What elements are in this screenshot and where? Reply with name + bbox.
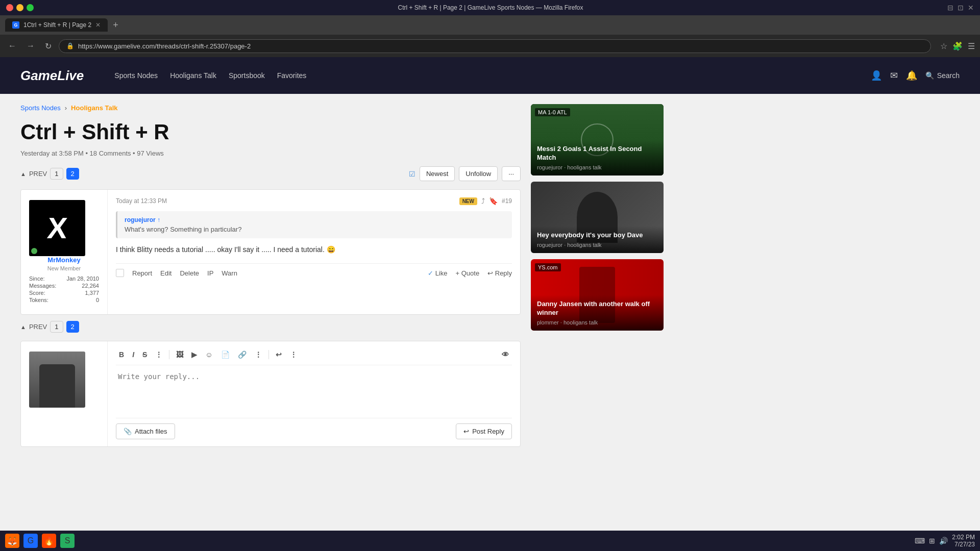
reply-textarea[interactable] [116,370,512,411]
tab-close-button[interactable]: ✕ [95,21,101,29]
back-button[interactable]: ← [5,39,19,53]
extensions-icon[interactable]: 🧩 [952,41,963,51]
more3-button[interactable]: ⋮ [287,348,300,361]
quote-button[interactable]: Quote [455,269,479,277]
prev-chevron: ▲ [20,171,26,177]
taskbar-time-text: 2:02 PM [952,534,975,541]
window-close[interactable] [6,4,13,11]
bold-button[interactable]: B [116,348,127,361]
strikethrough-button[interactable]: S [139,348,150,361]
taskbar-firefox-icon[interactable]: 🦊 [5,534,19,548]
image-button[interactable]: 🖼 [173,348,186,361]
site-logo[interactable]: GameLive [20,68,84,84]
link-button[interactable]: 🔗 [235,348,250,361]
menu-icon[interactable]: ☰ [968,41,975,51]
tab-label: 1Ctrl + Shift + R | Page 2 [23,21,91,29]
sidebar-card-3-title: Danny Jansen with another walk off winne… [537,300,657,317]
breadcrumb-sports-nodes[interactable]: Sports Nodes [20,104,61,112]
sidebar: MA 1-0 ATL Messi 2 Goals 1 Assist In Sec… [531,104,664,447]
post-content: I think Blitty needs a tutorial ..... ok… [116,244,512,255]
sidebar-card-2-title: Hey everybody it's your boy Dave [537,231,657,240]
search-button[interactable]: 🔍 Search [925,71,960,80]
more-toolbar-button[interactable]: ⋮ [252,348,265,361]
watch-check-icon: ☑ [409,170,415,178]
taskbar-volume-icon[interactable]: 🔊 [939,537,948,545]
poster-name[interactable]: MrMonkey [29,256,99,264]
bottom-prev-label[interactable]: PREV [29,323,47,331]
reload-button[interactable]: ↻ [42,39,55,53]
share-icon[interactable]: ⤴ [481,197,485,205]
thread-title: Ctrl + Shift + R [20,120,521,144]
editor-toolbar: B I S ⋮ 🖼 ▶ ☺ 📄 🔗 ⋮ ↩ ⋮ 👁 [116,348,512,365]
controls-right: ☑ Newest Unfollow ··· [409,166,521,181]
sidebar-card-2[interactable]: Hey everybody it's your boy Dave rogueju… [531,182,664,253]
window-maximize[interactable] [27,4,34,11]
delete-link[interactable]: Delete [180,269,199,277]
profile-icon[interactable]: 👤 [871,70,882,81]
thread-meta: Yesterday at 3:58 PM • 18 Comments • 97 … [20,149,521,157]
notifications-icon[interactable]: 🔔 [906,70,917,81]
emoji-button[interactable]: ☺ [202,348,215,361]
page-btn-2[interactable]: 2 [66,168,79,180]
forward-button[interactable]: → [23,39,38,53]
taskbar: 🦊 G 🔥 S ⌨ ⊞ 🔊 2:02 PM 7/27/23 [0,531,980,551]
breadcrumb-separator: › [65,104,67,112]
bookmark-post-icon[interactable]: 🔖 [489,197,498,205]
bookmark-icon[interactable]: ☆ [940,41,947,51]
like-button[interactable]: Like [428,269,447,277]
sidebar-card-1-overlay: Messi 2 Goals 1 Assist In Second Match r… [531,140,664,176]
more-text-button[interactable]: ⋮ [152,348,165,361]
reply-user-avatar [21,341,108,446]
window-icon-2[interactable]: ⊡ [958,4,964,12]
sidebar-card-1[interactable]: MA 1-0 ATL Messi 2 Goals 1 Assist In Sec… [531,104,664,176]
messages-icon[interactable]: ✉ [890,70,898,81]
baseball-score-overlay: YS.com [535,263,561,271]
window-icon-1[interactable]: ⊟ [947,4,953,12]
bottom-page-btn-2[interactable]: 2 [66,321,79,333]
taskbar-app-icon-1[interactable]: G [23,534,38,548]
file-button[interactable]: 📄 [218,348,233,361]
nav-sports-nodes[interactable]: Sports Nodes [114,71,158,80]
browser-tab-active[interactable]: G 1Ctrl + Shift + R | Page 2 ✕ [5,18,108,32]
italic-button[interactable]: I [129,348,137,361]
window-icon-3[interactable]: ✕ [968,4,974,12]
new-tab-button[interactable]: + [110,19,121,32]
nav-sportsbook[interactable]: Sportsbook [229,71,265,80]
report-link[interactable]: Report [132,269,152,277]
nav-favorites[interactable]: Favorites [277,71,307,80]
ip-link[interactable]: IP [207,269,213,277]
address-bar[interactable]: 🔒 https://www.gamelive.com/threads/ctrl-… [59,39,931,53]
breadcrumb-hooligans-talk[interactable]: Hooligans Talk [71,104,118,112]
badge-new: NEW [459,197,477,205]
preview-button[interactable]: 👁 [499,348,512,361]
attach-files-button[interactable]: 📎 Attach files [116,423,175,439]
more-button[interactable]: ··· [502,166,521,181]
page-content: Sports Nodes › Hooligans Talk Ctrl + Shi… [0,94,980,457]
unfollow-button[interactable]: Unfollow [459,166,498,181]
sidebar-card-3[interactable]: YS.com Danny Jansen with another walk of… [531,259,664,331]
poster-rank: New Member [29,265,99,271]
post-reply-button[interactable]: ↩ Post Reply [456,423,512,439]
taskbar-app-icon-3[interactable]: S [60,534,75,548]
newest-button[interactable]: Newest [420,166,455,181]
site-nav: Sports Nodes Hooligans Talk Sportsbook F… [114,71,850,80]
messages-label: Messages: [29,283,56,289]
taskbar-keyboard-icon[interactable]: ⌨ [915,537,925,545]
edit-link[interactable]: Edit [160,269,172,277]
reply-button[interactable]: Reply [487,269,512,277]
page-btn-1[interactable]: 1 [50,168,63,180]
undo-button[interactable]: ↩ [273,348,285,361]
post-select-checkbox[interactable] [116,269,124,277]
taskbar-app-icon-2[interactable]: 🔥 [42,534,56,548]
post-number: #19 [502,197,512,205]
window-minimize[interactable] [16,4,23,11]
nav-hooligans-talk[interactable]: Hooligans Talk [170,71,216,80]
browser-toolbar: ☆ 🧩 ☰ [940,41,975,51]
tokens-label: Tokens: [29,297,48,303]
warn-link[interactable]: Warn [222,269,237,277]
reply-avatar-image [29,352,85,408]
bottom-page-btn-1[interactable]: 1 [50,321,63,333]
video-button[interactable]: ▶ [188,348,200,361]
prev-label[interactable]: PREV [29,170,47,178]
taskbar-grid-icon[interactable]: ⊞ [929,537,935,545]
